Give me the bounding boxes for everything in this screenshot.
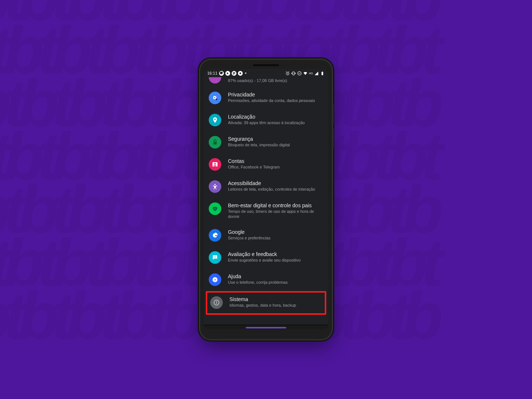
settings-item-storage-partial[interactable]: 87% usado(s) - 17,08 GB livre(s) <box>204 77 328 87</box>
settings-item-google[interactable]: GoogleServiços e preferências <box>204 225 328 247</box>
settings-list[interactable]: PrivacidadePermissões, atividade da cont… <box>204 87 328 325</box>
settings-item-title: Avaliação e feedback <box>228 251 301 257</box>
signal-icon <box>314 71 319 76</box>
settings-item-title: Sistema <box>229 296 296 302</box>
navigation-bar[interactable] <box>204 325 328 329</box>
settings-item-wellbeing[interactable]: Bem-estar digital e controle dos paisTem… <box>204 198 328 225</box>
user-icon <box>209 158 221 171</box>
pin-icon <box>209 114 221 126</box>
svg-rect-3 <box>321 72 323 75</box>
settings-item-subtitle: Leitores de tela, exibição, controles de… <box>228 187 315 192</box>
phone-frame: 16:11 <box>200 59 332 340</box>
settings-item-title: Google <box>228 229 270 235</box>
settings-item-subtitle: Tempo de uso, timers de uso de apps e ho… <box>228 209 323 219</box>
info-icon <box>210 296 223 309</box>
settings-item-subtitle: 87% usado(s) - 17,08 GB livre(s) <box>228 78 287 83</box>
svg-rect-1 <box>293 72 294 75</box>
volume-down-button[interactable] <box>332 128 334 148</box>
settings-item-subtitle: Envie sugestões e avalie seu dispositivo <box>228 258 301 263</box>
dnd-icon <box>297 71 302 76</box>
heart-icon <box>209 202 221 215</box>
storage-icon <box>209 77 221 83</box>
network-type-label: 4G <box>309 72 313 75</box>
settings-item-title: Acessibilidade <box>228 180 315 186</box>
settings-item-subtitle: Office, Facebook e Telegram <box>228 165 280 170</box>
gesture-handle[interactable] <box>246 327 286 328</box>
settings-item-title: Localização <box>228 114 305 120</box>
settings-item-title: Segurança <box>228 136 290 142</box>
lock-icon <box>209 136 221 149</box>
notification-icon <box>225 71 230 76</box>
eye-shield-icon <box>209 92 221 104</box>
status-bar: 16:11 <box>204 69 328 77</box>
status-clock: 16:11 <box>207 71 218 75</box>
settings-item-subtitle: Bloqueio de tela, impressão digital <box>228 143 290 148</box>
settings-item-system[interactable]: SistemaIdiomas, gestos, data e hora, bac… <box>206 291 326 315</box>
alarm-icon <box>285 71 290 76</box>
settings-item-feedback[interactable]: Avaliação e feedbackEnvie sugestões e av… <box>204 247 328 269</box>
notification-icon <box>238 71 243 76</box>
settings-item-subtitle: Ativada: 39 apps têm acesso à localizaçã… <box>228 120 305 126</box>
settings-item-accessibility[interactable]: AcessibilidadeLeitores de tela, exibição… <box>204 176 328 198</box>
more-notifications-dot <box>245 72 246 74</box>
settings-item-title: Ajuda <box>228 273 287 279</box>
settings-item-subtitle: Serviços e preferências <box>228 236 270 241</box>
settings-item-location[interactable]: LocalizaçãoAtivada: 39 apps têm acesso à… <box>204 109 328 132</box>
settings-item-subtitle: Idiomas, gestos, data e hora, backup <box>229 303 296 308</box>
settings-item-privacy[interactable]: PrivacidadePermissões, atividade da cont… <box>204 87 328 109</box>
svg-rect-4 <box>322 71 323 72</box>
settings-item-title: Bem-estar digital e controle dos pais <box>228 202 323 208</box>
wifi-icon <box>303 71 308 76</box>
screen: 16:11 <box>204 69 328 329</box>
chat-icon <box>209 251 221 264</box>
g-icon <box>209 229 221 242</box>
settings-item-accounts[interactable]: ContasOffice, Facebook e Telegram <box>204 154 328 176</box>
battery-icon <box>320 71 325 76</box>
volume-up-button[interactable] <box>332 104 334 124</box>
whatsapp-icon <box>219 71 224 76</box>
settings-item-subtitle: Use o telefone, corrija problemas <box>228 280 287 285</box>
vibrate-icon <box>291 71 296 76</box>
settings-item-title: Contas <box>228 158 280 164</box>
a11y-icon <box>209 180 221 193</box>
question-icon <box>209 273 221 286</box>
settings-item-help[interactable]: AjudaUse o telefone, corrija problemas <box>204 269 328 291</box>
settings-item-security[interactable]: SegurançaBloqueio de tela, impressão dig… <box>204 132 328 154</box>
settings-item-subtitle: Permissões, atividade da conta, dados pe… <box>228 98 315 103</box>
notification-icon <box>232 71 236 76</box>
settings-item-title: Privacidade <box>228 92 315 98</box>
